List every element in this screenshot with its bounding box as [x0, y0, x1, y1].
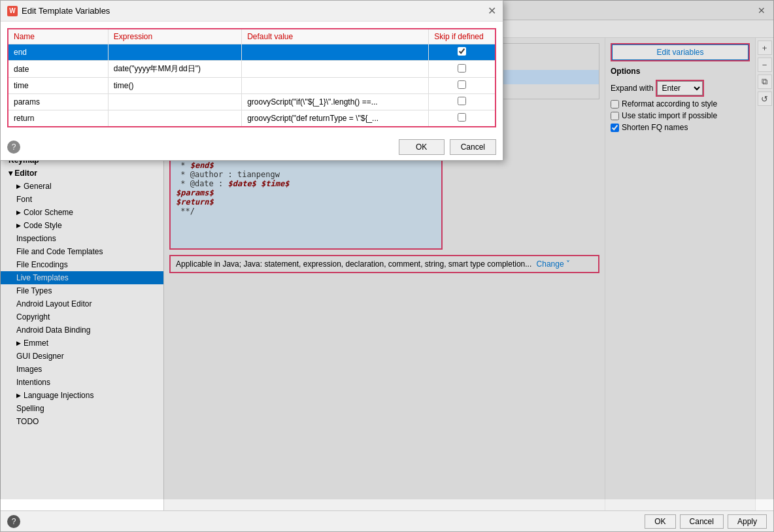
variables-table: Name Expression Default value Skip if de…	[164, 28, 496, 127]
row-end-expr	[164, 44, 242, 61]
row-time-skip-checkbox[interactable]	[458, 80, 466, 89]
row-end-skip	[429, 44, 496, 61]
col-expression: Expression	[164, 29, 242, 44]
row-return-skip-checkbox[interactable]	[458, 113, 466, 122]
row-return-skip	[429, 110, 496, 127]
row-date-skip-checkbox[interactable]	[458, 64, 466, 73]
bottom-bar: ? OK Cancel Apply	[1, 510, 773, 531]
bottom-buttons: OK Cancel Apply	[645, 514, 767, 529]
row-date-default	[242, 61, 429, 78]
col-default: Default value	[242, 29, 429, 44]
main-content: Appearance & Behavior Menus and Toolbars…	[1, 20, 773, 510]
row-return-default: groovyScript("def returnType = \"${_...	[242, 110, 429, 127]
dialog-footer: ? OK Cancel	[164, 134, 503, 160]
dialog-cancel-button[interactable]: Cancel	[450, 139, 496, 155]
ok-button[interactable]: OK	[645, 514, 675, 529]
row-end-skip-checkbox[interactable]	[458, 47, 466, 56]
row-date-skip	[429, 61, 496, 78]
row-return-expr	[164, 110, 242, 127]
dialog-overlay: W Edit Template Variables ✕ Name Express…	[164, 20, 773, 499]
row-time-skip	[429, 78, 496, 94]
help-button[interactable]: ?	[7, 515, 20, 528]
table-row-return: return groovyScript("def returnType = \"…	[164, 110, 496, 127]
apply-button[interactable]: Apply	[728, 514, 767, 529]
dialog-ok-button[interactable]: OK	[399, 139, 445, 155]
row-params-default: groovyScript("if(\"${_1}\".length() ==..…	[242, 94, 429, 110]
main-area: Editor › Live Templates ▾ tianpengwDefin…	[164, 20, 773, 510]
row-params-skip	[429, 94, 496, 110]
row-params-skip-checkbox[interactable]	[458, 97, 466, 105]
col-skip: Skip if defined	[429, 29, 496, 44]
row-params-expr	[164, 94, 242, 110]
edit-template-dialog: W Edit Template Variables ✕ Name Express…	[164, 20, 503, 161]
row-time-expr: time()	[164, 78, 242, 94]
row-date-expr: date("yyyy年MM月dd日")	[164, 61, 242, 78]
dialog-body: Name Expression Default value Skip if de…	[164, 22, 503, 134]
dialog-buttons: OK Cancel	[399, 139, 496, 155]
table-row-date: date date("yyyy年MM月dd日")	[164, 61, 496, 78]
table-row-time: time time()	[164, 78, 496, 94]
row-end-default	[242, 44, 429, 61]
row-time-default	[242, 78, 429, 94]
table-row-end: end	[164, 44, 496, 61]
table-row-params: params groovyScript("if(\"${_1}\".length…	[164, 94, 496, 110]
settings-window: W Settings ✕ Appearance & Behavior Menus…	[0, 0, 774, 532]
cancel-button[interactable]: Cancel	[680, 514, 724, 529]
